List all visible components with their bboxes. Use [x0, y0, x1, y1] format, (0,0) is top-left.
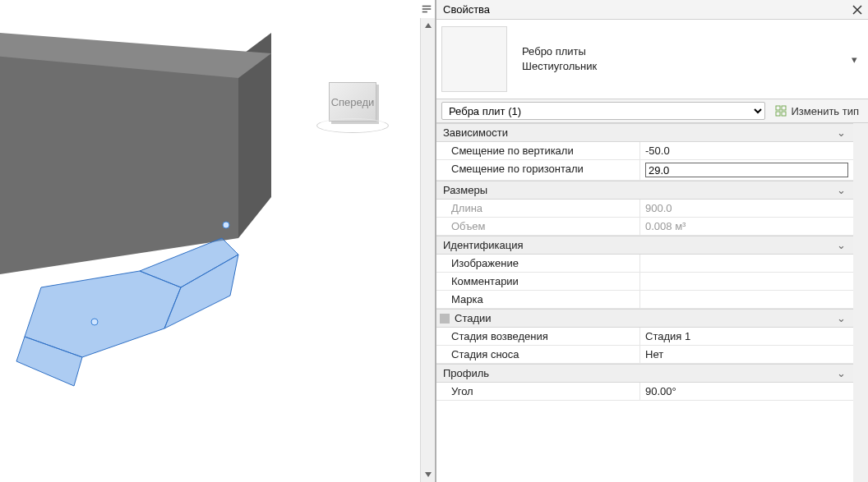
- svg-rect-12: [782, 112, 786, 116]
- collapse-icon[interactable]: ⌄: [835, 367, 847, 379]
- instance-selector[interactable]: Ребра плит (1): [441, 102, 765, 120]
- options-icon[interactable]: [418, 1, 435, 17]
- edit-type-button[interactable]: Изменить тип: [770, 102, 863, 120]
- collapse-icon[interactable]: ⌄: [835, 126, 847, 139]
- type-thumbnail: [441, 26, 507, 92]
- property-value[interactable]: Нет: [640, 346, 853, 363]
- instance-selector-row: Ребра плит (1) Изменить тип: [436, 99, 868, 123]
- group-label: Идентификация: [443, 239, 835, 251]
- property-row: Объем0.008 м³: [436, 218, 853, 236]
- property-row[interactable]: Смещение по вертикали-50.0: [436, 142, 853, 160]
- group-header[interactable]: Зависимости⌄: [436, 123, 853, 142]
- group-label: Размеры: [443, 184, 835, 196]
- property-key: Марка: [436, 291, 640, 308]
- edit-type-icon: [774, 104, 787, 117]
- property-value[interactable]: -50.0: [640, 142, 853, 159]
- svg-point-8: [91, 319, 98, 325]
- svg-rect-11: [776, 112, 780, 116]
- property-key: Изображение: [436, 255, 640, 272]
- type-family-label: Ребро плиты: [522, 44, 847, 59]
- edit-type-label: Изменить тип: [791, 105, 859, 117]
- property-key: Стадия возведения: [436, 328, 640, 345]
- property-value[interactable]: Стадия 1: [640, 328, 853, 345]
- view-cube[interactable]: Спереди: [312, 82, 394, 140]
- property-key: Смещение по вертикали: [436, 142, 640, 159]
- svg-rect-9: [776, 106, 780, 110]
- view-cube-face[interactable]: Спереди: [329, 82, 376, 122]
- property-row[interactable]: Марка: [436, 291, 853, 309]
- property-value[interactable]: 90.00°: [640, 383, 853, 400]
- group-label: Стадии: [455, 312, 835, 324]
- property-row[interactable]: Стадия сносаНет: [436, 346, 853, 364]
- group-header[interactable]: Идентификация⌄: [436, 236, 853, 255]
- property-row[interactable]: Комментарии: [436, 273, 853, 291]
- close-icon[interactable]: [850, 2, 865, 17]
- property-key: Длина: [436, 200, 640, 217]
- property-row[interactable]: Смещение по горизонтали: [436, 160, 853, 181]
- group-header[interactable]: Профиль⌄: [436, 364, 853, 383]
- palette-title-text: Свойства: [443, 3, 850, 16]
- svg-marker-3: [25, 271, 181, 357]
- viewport-3d[interactable]: Спереди: [0, 0, 436, 482]
- view-cube-ring[interactable]: [316, 118, 389, 133]
- property-value: 900.0: [640, 200, 853, 217]
- type-selector-header[interactable]: Ребро плиты Шестиугольник ▾: [436, 20, 868, 99]
- property-key: Угол: [436, 383, 640, 400]
- collapse-icon[interactable]: ⌄: [835, 239, 847, 251]
- property-value[interactable]: [640, 255, 853, 272]
- properties-palette: Свойства Ребро плиты Шестиугольник ▾ Реб…: [436, 0, 868, 482]
- palette-titlebar: Свойства: [436, 0, 868, 20]
- property-row[interactable]: Угол90.00°: [436, 383, 853, 401]
- property-row[interactable]: Изображение: [436, 255, 853, 273]
- scroll-track[interactable]: [421, 33, 435, 467]
- group-header[interactable]: Размеры⌄: [436, 181, 853, 200]
- scene-3d[interactable]: [0, 33, 312, 394]
- property-value: 0.008 м³: [640, 218, 853, 235]
- property-value[interactable]: [640, 291, 853, 308]
- collapse-icon[interactable]: ⌄: [835, 184, 847, 196]
- group-header[interactable]: Стадии⌄: [436, 309, 853, 328]
- property-value[interactable]: [640, 160, 853, 180]
- property-row[interactable]: Стадия возведенияСтадия 1: [436, 328, 853, 346]
- type-text: Ребро плиты Шестиугольник: [522, 44, 847, 74]
- svg-point-7: [223, 222, 229, 228]
- type-name-label: Шестиугольник: [522, 59, 847, 74]
- property-key: Комментарии: [436, 273, 640, 290]
- group-block-icon: [440, 314, 450, 324]
- property-key: Объем: [436, 218, 640, 235]
- group-label: Зависимости: [443, 126, 835, 139]
- property-value[interactable]: [640, 273, 853, 290]
- svg-rect-10: [782, 106, 786, 110]
- scroll-up-icon[interactable]: [421, 18, 435, 33]
- group-label: Профиль: [443, 367, 835, 379]
- collapse-icon[interactable]: ⌄: [835, 312, 847, 324]
- properties-grid[interactable]: Зависимости⌄Смещение по вертикали-50.0См…: [436, 123, 853, 482]
- property-value-input[interactable]: [645, 163, 848, 177]
- property-key: Стадия сноса: [436, 346, 640, 363]
- property-row: Длина900.0: [436, 200, 853, 218]
- viewport-toolbar: [418, 0, 435, 18]
- scroll-down-icon[interactable]: [421, 467, 435, 482]
- chevron-down-icon[interactable]: ▾: [847, 53, 861, 66]
- properties-scrollbar[interactable]: [853, 123, 868, 482]
- viewport-scrollbar[interactable]: [420, 18, 435, 482]
- property-key: Смещение по горизонтали: [436, 160, 640, 180]
